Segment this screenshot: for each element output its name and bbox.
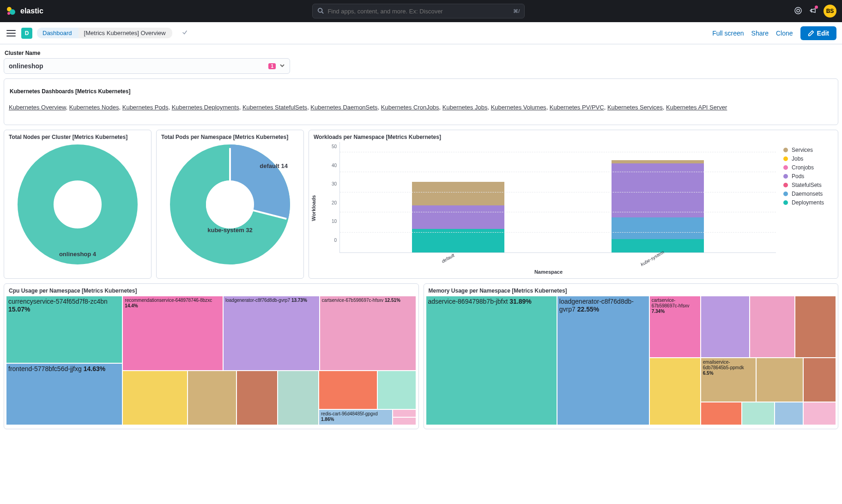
legend-item[interactable]: Jobs	[783, 156, 836, 162]
legend-item[interactable]: Services	[783, 147, 836, 153]
clone-link[interactable]: Clone	[776, 30, 793, 37]
tm-cell	[795, 296, 836, 358]
bar-kube-system[interactable]	[612, 160, 704, 252]
edit-label: Edit	[817, 30, 829, 37]
top-bar: elastic ⌘/ BS	[0, 0, 842, 22]
dashboards-links-panel: Kubernetes Dashboards [Metrics Kubernete…	[4, 78, 838, 125]
global-search[interactable]: ⌘/	[312, 4, 525, 18]
share-link[interactable]: Share	[751, 30, 769, 37]
filter-count: 1	[268, 63, 276, 69]
tm-cell	[188, 371, 237, 425]
dashboard-link[interactable]: Kubernetes Deployments	[172, 104, 239, 111]
tm-cell	[393, 417, 417, 425]
dashboard-link[interactable]: Kubernetes Nodes	[69, 104, 119, 111]
svg-point-5	[795, 7, 801, 14]
tm-cell	[649, 358, 701, 425]
legend-item[interactable]: Pods	[783, 173, 836, 180]
news-icon[interactable]	[809, 6, 817, 16]
nodes-slice-label: onlineshop 4	[59, 251, 96, 258]
tm-cell	[701, 402, 742, 425]
svg-point-3	[318, 8, 322, 12]
user-avatar[interactable]: BS	[824, 5, 836, 18]
dashboard-link[interactable]: Kubernetes Volumes	[491, 104, 546, 111]
dashboard-link[interactable]: Kubernetes Overview	[9, 104, 66, 111]
tm-cell	[319, 371, 377, 409]
check-icon	[182, 29, 188, 37]
cpu-title: Cpu Usage per Namespace [Metrics Kuberne…	[6, 286, 417, 296]
tm-cell	[236, 371, 278, 425]
dashboard-link[interactable]: Kubernetes Services	[607, 104, 663, 111]
elastic-icon	[6, 6, 17, 17]
tm-cell	[393, 409, 417, 417]
tm-cell	[701, 296, 750, 358]
svg-point-6	[797, 9, 800, 12]
breadcrumb-dashboard[interactable]: Dashboard	[37, 28, 79, 38]
dashboard-link[interactable]: Kubernetes DaemonSets	[310, 104, 377, 111]
pods-panel: Total Pods per Namespace [Metrics Kubern…	[156, 130, 304, 279]
bar-plot[interactable]	[339, 142, 776, 253]
help-icon[interactable]	[794, 6, 802, 16]
chevron-down-icon	[279, 62, 285, 70]
legend-item[interactable]: Deployments	[783, 199, 836, 206]
workloads-xlabel: Namespace	[321, 269, 776, 275]
bar-default[interactable]	[412, 182, 504, 252]
filter-value: onlineshop	[9, 62, 43, 70]
svg-point-2	[7, 12, 10, 15]
x-labels: defaultkube-system	[321, 253, 776, 261]
search-icon	[317, 7, 324, 15]
pods-chart[interactable]: default 14 kube-system 32	[158, 142, 302, 267]
tm-cell	[756, 358, 803, 402]
legend-item[interactable]: StatefulSets	[783, 182, 836, 188]
tm-cell	[377, 371, 416, 409]
nodes-chart[interactable]: onlineshop 4	[6, 142, 149, 267]
dashboard-link[interactable]: Kubernetes Pods	[122, 104, 169, 111]
dashboard-link[interactable]: Kubernetes PV/PVC	[550, 104, 604, 111]
fullscreen-link[interactable]: Full screen	[712, 30, 744, 37]
edit-button[interactable]: Edit	[800, 26, 836, 40]
tm-cell	[278, 371, 319, 425]
workloads-ylabel: Workloads	[311, 195, 316, 221]
dashboard-link[interactable]: Kubernetes Jobs	[442, 104, 488, 111]
y-axis: 50403020100	[321, 142, 339, 253]
notification-dot	[815, 6, 818, 9]
cluster-name-label: Cluster Name	[4, 48, 838, 58]
cluster-filter[interactable]: onlineshop 1	[4, 58, 290, 74]
tm-cell	[742, 402, 775, 425]
legend-item[interactable]: Daemonsets	[783, 191, 836, 197]
tm-cell	[803, 358, 836, 402]
svg-point-1	[10, 9, 15, 15]
tm-cell	[122, 371, 187, 425]
dashboard-link[interactable]: Kubernetes CronJobs	[381, 104, 439, 111]
brand-text: elastic	[20, 7, 43, 15]
cpu-treemap[interactable]: currencyservice-574f65d7f8-zc4bn 15.07% …	[6, 296, 417, 425]
nodes-title: Total Nodes per Cluster [Metrics Kuberne…	[6, 132, 149, 142]
mem-panel: Memory Usage per Namespace [Metrics Kube…	[424, 283, 839, 429]
cpu-panel: Cpu Usage per Namespace [Metrics Kuberne…	[4, 283, 419, 429]
legend-item[interactable]: Cronjobs	[783, 164, 836, 171]
tm-cell	[750, 296, 795, 358]
page-header: D Dashboard [Metrics Kubernetes] Overvie…	[0, 22, 842, 44]
pods-default-label: default 14	[260, 162, 288, 169]
breadcrumb: Dashboard [Metrics Kubernetes] Overview	[37, 28, 172, 38]
workloads-panel: Workloads per Namespace [Metrics Kuberne…	[309, 130, 838, 279]
nodes-panel: Total Nodes per Cluster [Metrics Kuberne…	[4, 130, 151, 279]
svg-line-4	[322, 12, 324, 13]
tm-cell	[775, 402, 803, 425]
search-input[interactable]	[327, 8, 513, 15]
tm-cell	[803, 402, 836, 425]
dashboard-link[interactable]: Kubernetes API Server	[666, 104, 727, 111]
links-panel-title: Kubernetes Dashboards [Metrics Kubernete…	[9, 86, 833, 96]
breadcrumb-current: [Metrics Kubernetes] Overview	[79, 28, 172, 38]
workloads-title: Workloads per Namespace [Metrics Kuberne…	[311, 132, 836, 142]
menu-toggle[interactable]	[6, 28, 17, 39]
pods-kube-label: kube-system 32	[207, 227, 253, 234]
svg-point-7	[36, 162, 120, 246]
pods-title: Total Pods per Namespace [Metrics Kubern…	[158, 132, 302, 142]
mem-treemap[interactable]: adservice-8694798b7b-jbfxt 31.89% loadge…	[426, 296, 836, 425]
mem-title: Memory Usage per Namespace [Metrics Kube…	[426, 286, 836, 296]
space-badge[interactable]: D	[21, 28, 32, 39]
pencil-icon	[808, 30, 814, 36]
elastic-logo[interactable]: elastic	[6, 6, 43, 17]
dashboard-link[interactable]: Kubernetes StatefulSets	[242, 104, 307, 111]
search-kbd: ⌘/	[513, 8, 520, 14]
